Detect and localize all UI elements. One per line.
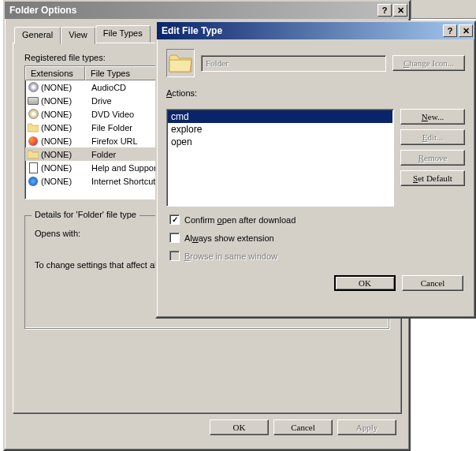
ext-cell: (NONE)	[41, 110, 91, 119]
folder-options-apply[interactable]: Apply	[337, 419, 396, 435]
ie-icon	[27, 175, 39, 188]
ext-cell: (NONE)	[41, 163, 91, 173]
browse-same-row: Browse in same window	[169, 251, 465, 261]
action-item[interactable]: cmd	[168, 110, 392, 123]
edit-titlebar: Edit File Type ? ✕	[157, 22, 474, 39]
folder-options-ok[interactable]: OK	[210, 419, 269, 435]
edit-title: Edit File Type	[162, 25, 222, 36]
change-icon-button[interactable]: Change Icon...	[392, 55, 465, 71]
details-title: Details for 'Folder' file type	[32, 210, 139, 219]
type-icon	[166, 49, 195, 77]
set-default-button[interactable]: Set Default	[400, 170, 465, 186]
always-show-checkbox[interactable]	[169, 233, 180, 243]
actions-list[interactable]: cmdexploreopen	[166, 109, 394, 207]
col-extensions[interactable]: Extensions	[25, 66, 85, 80]
help-button[interactable]: ?	[377, 4, 392, 17]
edit-button[interactable]: Edit...	[400, 129, 465, 145]
firefox-icon	[27, 135, 39, 147]
cd-icon	[27, 81, 39, 94]
ext-cell: (NONE)	[41, 123, 91, 132]
folder-icon	[27, 121, 39, 134]
browse-same-checkbox	[169, 251, 180, 261]
always-show-label: Always show extension	[184, 233, 274, 243]
tab-view[interactable]: View	[61, 27, 95, 44]
ext-cell: (NONE)	[41, 136, 91, 146]
new-button[interactable]: New...	[400, 109, 465, 125]
edit-ok-button[interactable]: OK	[334, 275, 396, 291]
dvd-icon	[27, 108, 39, 121]
edit-file-type-dialog: Edit File Type ? ✕ Change Icon... Action…	[155, 20, 476, 319]
confirm-open-row[interactable]: ✓ Confirm open after download	[169, 214, 465, 225]
folder-options-cancel[interactable]: Cancel	[273, 419, 333, 435]
action-item[interactable]: open	[168, 136, 392, 148]
browse-same-label: Browse in same window	[184, 252, 277, 261]
tab-file-types[interactable]: File Types	[95, 25, 151, 43]
actions-label: Actions:	[166, 88, 465, 98]
edit-help-button[interactable]: ?	[443, 24, 457, 37]
remove-button[interactable]: Remove	[400, 150, 465, 166]
confirm-checkbox[interactable]: ✓	[169, 214, 180, 225]
folder-options-title: Folder Options	[9, 5, 76, 16]
action-item[interactable]: explore	[168, 123, 392, 136]
edit-cancel-button[interactable]: Cancel	[402, 275, 463, 291]
drive-icon	[27, 95, 39, 107]
confirm-label: Confirm open after download	[184, 215, 296, 225]
ext-cell: (NONE)	[41, 96, 91, 106]
doc-icon	[27, 162, 39, 174]
edit-close-button[interactable]: ✕	[459, 24, 473, 37]
folder-icon	[27, 148, 39, 161]
tab-general[interactable]: General	[14, 27, 61, 44]
ext-cell: (NONE)	[41, 83, 91, 92]
ext-cell: (NONE)	[41, 150, 91, 159]
close-button[interactable]: ✕	[393, 4, 407, 17]
always-show-row[interactable]: Always show extension	[169, 233, 465, 243]
folder-options-titlebar: Folder Options ? ✕	[5, 2, 409, 19]
ext-cell: (NONE)	[41, 177, 91, 186]
type-name-input	[201, 55, 386, 72]
